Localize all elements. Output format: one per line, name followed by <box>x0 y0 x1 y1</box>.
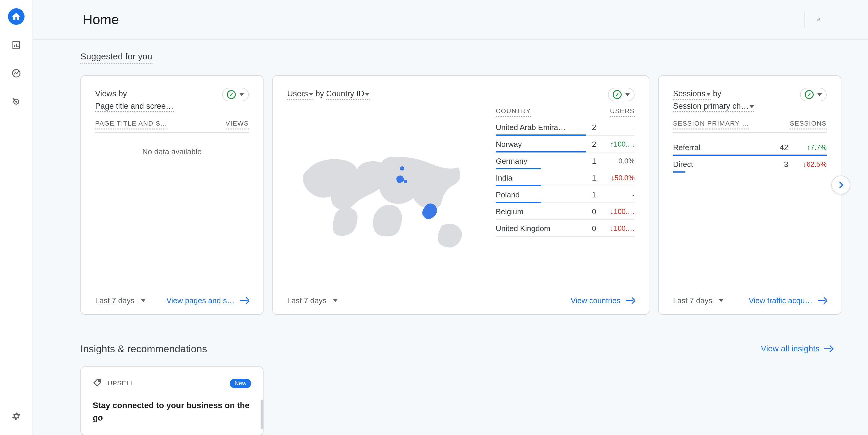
check-icon: ✓ <box>613 90 622 99</box>
country-row[interactable]: India1↓50.0% <box>496 169 634 186</box>
card-sessions-title-b: by <box>713 89 721 98</box>
card-sessions-title-c[interactable]: Session primary ch… <box>673 102 754 112</box>
scrollbar-thumb[interactable] <box>260 400 264 429</box>
country-name: Poland <box>496 190 582 199</box>
new-badge: New <box>230 379 251 388</box>
country-row[interactable]: Poland1- <box>496 186 634 203</box>
country-table: COUNTRY USERS United Arab Emira…2-Norway… <box>496 107 634 288</box>
session-delta: ↑7.7% <box>791 143 827 152</box>
card-sessions-quality-pill[interactable]: ✓ <box>800 88 827 101</box>
country-name: United Arab Emira… <box>496 123 582 132</box>
nav-advertising[interactable] <box>8 93 25 110</box>
country-delta: 0.0% <box>599 157 634 165</box>
sessions-col-left[interactable]: SESSION PRIMARY … <box>673 120 749 129</box>
nav-reports[interactable] <box>8 37 25 53</box>
country-row[interactable]: United Arab Emira…2- <box>496 119 634 136</box>
card-country-title-b: by <box>315 89 324 98</box>
card-views-col-left[interactable]: PAGE TITLE AND S… <box>95 120 167 129</box>
card-country-link[interactable]: View countries <box>570 296 634 305</box>
chevron-down-icon <box>333 299 338 302</box>
insights-section-title: Insights & recommendations <box>80 343 207 354</box>
card-country-title-c[interactable]: Country ID <box>326 89 370 100</box>
svg-rect-0 <box>14 45 16 47</box>
country-col-right[interactable]: USERS <box>610 107 634 117</box>
card-sessions-range[interactable]: Last 7 days <box>673 296 723 305</box>
card-users-by-country: Users by Country ID ✓ <box>272 75 649 315</box>
check-icon: ✓ <box>227 90 236 99</box>
country-row[interactable]: United Kingdom0↓100.… <box>496 220 634 237</box>
nav-home[interactable] <box>8 8 25 25</box>
card-sessions-title-a[interactable]: Sessions <box>673 89 711 100</box>
upsell-card[interactable]: UPSELL New Stay connected to your busine… <box>80 367 264 435</box>
suggested-section-title: Suggested for you <box>80 52 152 64</box>
card-views-range[interactable]: Last 7 days <box>95 296 146 305</box>
titlebar: Home <box>33 0 868 40</box>
card-country-title-a[interactable]: Users <box>287 89 313 100</box>
card-views-title-b[interactable]: Page title and scree… <box>95 102 174 112</box>
country-name: Germany <box>496 157 582 166</box>
svg-rect-2 <box>18 46 19 47</box>
country-row[interactable]: Belgium0↓100.… <box>496 203 634 220</box>
performance-icon[interactable] <box>804 11 821 28</box>
page-title: Home <box>83 11 119 28</box>
country-value: 1 <box>584 174 596 183</box>
session-name: Direct <box>673 160 770 169</box>
svg-point-8 <box>404 180 407 183</box>
card-views-link[interactable]: View pages and s… <box>166 296 249 305</box>
chevron-down-icon <box>239 93 244 96</box>
country-delta: ↓50.0% <box>599 174 634 182</box>
view-all-insights-link[interactable]: View all insights <box>761 344 833 353</box>
svg-point-9 <box>98 380 99 381</box>
chevron-down-icon <box>141 299 146 302</box>
country-row[interactable]: Norway2↑100.… <box>496 136 634 153</box>
world-map[interactable] <box>287 107 484 288</box>
card-views-no-data: No data available <box>95 133 249 156</box>
country-name: India <box>496 174 582 183</box>
country-name: United Kingdom <box>496 224 582 233</box>
card-country-range[interactable]: Last 7 days <box>287 296 338 305</box>
country-value: 1 <box>584 157 596 166</box>
nav-explore[interactable] <box>8 65 25 82</box>
tag-icon <box>93 378 102 389</box>
country-value: 2 <box>584 140 596 149</box>
card-views-title-a: Views by <box>95 89 127 98</box>
country-delta: ↓100.… <box>599 224 634 232</box>
session-value: 3 <box>773 160 788 169</box>
session-row[interactable]: Referral42↑7.7% <box>673 139 827 156</box>
card-sessions-by-channel: Sessions by Session primary ch… ✓ SESSIO… <box>658 75 841 315</box>
sessions-col-right[interactable]: SESSIONS <box>790 120 827 129</box>
card-country-quality-pill[interactable]: ✓ <box>608 88 634 101</box>
country-value: 2 <box>584 123 596 132</box>
country-delta: ↓100.… <box>599 208 634 216</box>
chevron-down-icon <box>817 93 822 96</box>
card-sessions-link[interactable]: View traffic acqu… <box>749 296 827 305</box>
arrow-right-icon <box>626 298 634 304</box>
nav-settings[interactable] <box>8 408 25 424</box>
arrow-right-icon <box>240 298 249 304</box>
chevron-down-icon <box>719 299 723 302</box>
svg-point-7 <box>400 166 404 170</box>
country-value: 1 <box>584 190 596 199</box>
sessions-table: Referral42↑7.7%Direct3↓62.5% <box>673 139 827 173</box>
session-row[interactable]: Direct3↓62.5% <box>673 156 827 173</box>
check-icon: ✓ <box>805 90 814 99</box>
arrow-right-icon <box>824 346 833 352</box>
country-col-left[interactable]: COUNTRY <box>496 107 531 117</box>
country-row[interactable]: Germany10.0% <box>496 153 634 169</box>
session-value: 42 <box>773 143 788 152</box>
country-name: Belgium <box>496 207 582 216</box>
session-name: Referral <box>673 143 770 152</box>
card-views-by-page: Views by Page title and scree… ✓ PAGE TI… <box>80 75 264 315</box>
scroll-next-button[interactable] <box>831 176 850 194</box>
country-delta: - <box>599 191 634 199</box>
svg-point-5 <box>16 101 17 102</box>
nav-rail <box>0 0 33 435</box>
upsell-label: UPSELL <box>107 379 134 387</box>
session-delta: ↓62.5% <box>791 160 827 168</box>
card-views-quality-pill[interactable]: ✓ <box>222 88 249 101</box>
card-views-col-right[interactable]: VIEWS <box>226 120 249 129</box>
country-value: 0 <box>584 207 596 216</box>
country-delta: - <box>599 123 634 131</box>
country-delta: ↑100.… <box>599 140 634 148</box>
svg-rect-1 <box>16 44 17 47</box>
